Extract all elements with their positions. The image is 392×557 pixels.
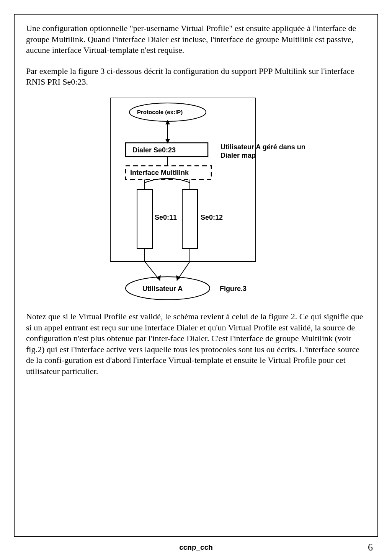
dialer-note-line1: Utilisateur A géré dans un	[220, 143, 305, 152]
dialer-label: Dialer Se0:23	[132, 146, 176, 155]
serial-2-label: Se0:12	[201, 213, 223, 222]
multilink-label: Interface Multilink	[130, 168, 189, 177]
svg-marker-3	[165, 120, 170, 124]
footer-doc-name: ccnp_cch	[0, 543, 392, 552]
figure-3-diagram: Protocole (ex:IP) Dialer Se0:23 Interfac…	[87, 98, 325, 304]
page-number: 6	[368, 541, 373, 554]
paragraph-3: Notez que si le Virtual Profile est vali…	[26, 311, 366, 377]
dialer-note-line2: Dialer map	[220, 151, 256, 160]
page-content: Une configuration optionnelle "per-usern…	[14, 15, 378, 377]
diagram-svg	[87, 98, 325, 304]
svg-rect-13	[182, 189, 198, 248]
protocol-label: Protocole (ex:IP)	[137, 108, 183, 116]
paragraph-1: Une configuration optionnelle "per-usern…	[26, 23, 366, 56]
figure-caption: Figure.3	[220, 284, 247, 293]
user-label: Utilisateur A	[142, 284, 183, 293]
paragraph-2: Par exemple la figure 3 ci-dessous décri…	[26, 66, 366, 88]
svg-marker-18	[156, 275, 161, 281]
serial-1-label: Se0:11	[155, 213, 177, 222]
svg-rect-12	[137, 189, 152, 248]
